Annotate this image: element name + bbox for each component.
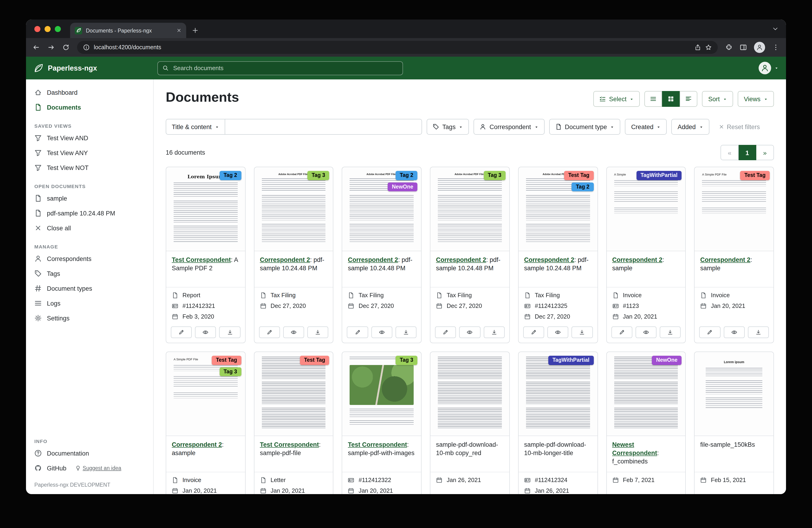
sidebar-item[interactable]: Document types [26, 281, 153, 296]
views-button[interactable]: Views [738, 91, 774, 107]
sidebar-item[interactable]: Test View NOT [26, 160, 153, 175]
bookmark-star-icon[interactable] [705, 44, 712, 51]
tag-badge[interactable]: TagWithPartial [548, 356, 594, 365]
asn-row[interactable]: #112412322 [348, 476, 416, 483]
document-thumbnail[interactable]: A Simple PDF File Test Tag [166, 352, 245, 436]
address-bar[interactable]: localhost:4200/documents [77, 41, 718, 54]
document-title-link[interactable]: Correspondent 2: pdf-sample 10.24.48 PM [519, 251, 597, 287]
document-title-link[interactable]: Newest Correspondent: f_combineds [607, 436, 685, 472]
edit-button[interactable] [259, 327, 280, 338]
download-button[interactable] [483, 327, 504, 338]
tab-search-chevron-icon[interactable] [772, 26, 779, 32]
download-button[interactable] [660, 327, 681, 338]
edit-button[interactable] [435, 327, 456, 338]
filter-button[interactable]: Added [671, 119, 709, 135]
minimize-window-button[interactable] [45, 26, 50, 32]
document-title-link[interactable]: file-sample_150kBs [695, 436, 773, 472]
extensions-icon[interactable] [725, 44, 733, 51]
filter-button[interactable]: Document type [549, 119, 621, 135]
correspondent-link[interactable]: Test Correspondent [172, 256, 231, 263]
preview-button[interactable] [371, 327, 392, 338]
edit-button[interactable] [611, 327, 632, 338]
document-type-row[interactable]: Tax Filing [348, 291, 416, 299]
sidebar-item[interactable]: Documentation [26, 446, 153, 461]
document-title-link[interactable]: Test Correspondent: sample-pdf-with-imag… [343, 436, 421, 472]
document-title-link[interactable]: Correspondent 2: sample [607, 251, 685, 287]
sidebar-item[interactable]: Documents [26, 100, 153, 115]
tag-badge[interactable]: Test Tag [212, 356, 241, 365]
search-input[interactable] [172, 64, 398, 72]
asn-row[interactable]: #1123 [612, 302, 680, 309]
sidebar-item[interactable]: GitHub Suggest an idea [26, 461, 153, 475]
asn-row[interactable]: #112412321 [172, 302, 239, 309]
url-text[interactable]: localhost:4200/documents [94, 44, 690, 51]
current-page-button[interactable]: 1 [739, 145, 756, 160]
edit-button[interactable] [523, 327, 544, 338]
document-thumbnail[interactable]: A Simple PDF File Test Tag [695, 167, 773, 251]
correspondent-link[interactable]: Correspondent 2 [348, 256, 398, 263]
document-thumbnail[interactable]: Adobe Acrobat PDF Files Tag 2 [343, 167, 421, 251]
preview-button[interactable] [636, 327, 656, 338]
tag-badge[interactable]: Tag 3 [307, 171, 329, 180]
tag-badge[interactable]: Tag 3 [395, 356, 417, 365]
next-page-button[interactable]: » [756, 145, 774, 160]
download-button[interactable] [572, 327, 593, 338]
document-title-link[interactable]: Correspondent 2: pdf-sample 10.24.48 PM [254, 251, 333, 287]
download-button[interactable] [395, 327, 417, 338]
document-title-link[interactable]: Correspondent 2: pdf-sample 10.24.48 PM [430, 251, 509, 287]
preview-button[interactable] [283, 327, 304, 338]
document-type-row[interactable]: Invoice [172, 476, 239, 483]
document-thumbnail[interactable]: Lorem ipsum [695, 352, 773, 436]
document-thumbnail[interactable]: Adobe Acrobat PDF Files Test Tag [519, 167, 597, 251]
sidebar-item[interactable]: Settings [26, 311, 153, 326]
browser-tab[interactable]: Documents - Paperless-ngx [70, 23, 186, 38]
asn-row[interactable]: #112412325 [524, 302, 592, 309]
asn-row[interactable]: #112412324 [524, 476, 592, 483]
user-avatar[interactable] [759, 62, 771, 74]
tag-badge[interactable]: Tag 3 [219, 367, 241, 376]
user-menu[interactable] [759, 62, 779, 74]
document-title-link[interactable]: Correspondent 2: pdf-sample 10.24.48 PM [343, 251, 421, 287]
close-window-button[interactable] [34, 26, 40, 32]
list-view-button[interactable] [644, 91, 662, 107]
correspondent-link[interactable]: Correspondent 2 [612, 256, 662, 263]
app-brand[interactable]: Paperless-ngx [33, 63, 157, 73]
forward-button[interactable] [47, 44, 55, 51]
download-button[interactable] [307, 327, 328, 338]
browser-profile-avatar[interactable] [754, 42, 765, 53]
correspondent-link[interactable]: Test Correspondent [348, 441, 407, 448]
document-type-row[interactable]: Tax Filing [260, 291, 327, 299]
document-thumbnail[interactable]: TagWithPartial [519, 352, 597, 436]
sidebar-item[interactable]: Dashboard [26, 85, 153, 100]
sidebar-item[interactable]: Test View ANY [26, 145, 153, 160]
preview-button[interactable] [724, 327, 744, 338]
download-button[interactable] [748, 327, 769, 338]
correspondent-link[interactable]: Correspondent 2 [260, 256, 310, 263]
sidebar-item[interactable]: sample [26, 191, 153, 206]
sidebar-item[interactable]: Logs [26, 296, 153, 311]
correspondent-link[interactable]: Newest Correspondent [612, 441, 657, 456]
tag-badge[interactable]: Test Tag [300, 356, 329, 365]
document-type-row[interactable]: Invoice [700, 291, 768, 299]
side-panel-icon[interactable] [740, 44, 747, 51]
browser-menu-kebab-icon[interactable] [772, 44, 780, 51]
new-tab-button[interactable] [192, 27, 199, 34]
document-thumbnail[interactable]: Lorem Ipsum Tag 2 [166, 167, 245, 251]
document-title-link[interactable]: Correspondent 2: asample [166, 436, 245, 472]
previous-page-button[interactable]: « [721, 145, 739, 160]
zoom-window-button[interactable] [55, 26, 61, 32]
global-search[interactable] [157, 61, 403, 75]
preview-button[interactable] [195, 327, 216, 338]
tag-badge[interactable]: Tag 2 [219, 171, 241, 180]
filter-button[interactable]: Tags [427, 119, 469, 135]
document-title-link[interactable]: Correspondent 2: sample [695, 251, 773, 287]
sidebar-item[interactable]: Correspondents [26, 251, 153, 266]
document-type-row[interactable]: Invoice [612, 291, 680, 299]
edit-button[interactable] [171, 327, 192, 338]
site-info-icon[interactable] [83, 44, 90, 51]
document-thumbnail[interactable]: Tag 3 [343, 352, 421, 436]
correspondent-link[interactable]: Test Correspondent [260, 441, 319, 448]
tag-badge[interactable]: Tag 3 [483, 171, 505, 180]
reload-button[interactable] [62, 44, 70, 51]
download-button[interactable] [219, 327, 240, 338]
